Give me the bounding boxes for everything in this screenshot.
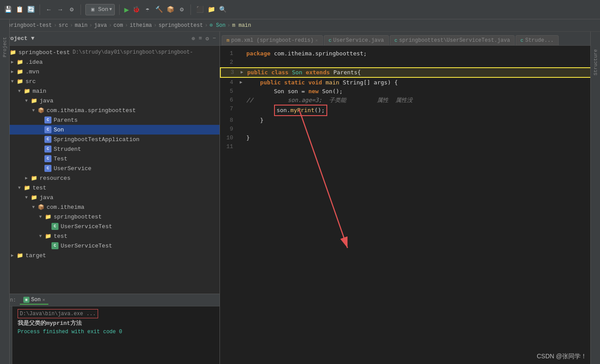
csdn-watermark: CSDN @张同学！ (537, 353, 587, 360)
close-sidebar-icon[interactable]: − (212, 35, 216, 42)
folder-icon-src: 📁 (16, 77, 24, 85)
tree-item-userservice[interactable]: ▶ C UserService (0, 164, 220, 173)
code-line-1: 1 package com.itheima.springboottest; (220, 49, 600, 58)
breadcrumb-method[interactable]: m main (232, 22, 251, 29)
save2-icon[interactable]: 📋 (15, 5, 24, 14)
breadcrumb-springboottest[interactable]: springboottest (159, 22, 203, 29)
settings2-icon[interactable]: ⚙ (205, 35, 209, 42)
tree-item-springboottest-test[interactable]: ▼ 📁 springboottest (0, 212, 220, 222)
tree-item-idea[interactable]: ▶ 📁 .idea (0, 57, 220, 67)
package-icon: 📦 (37, 106, 45, 114)
forward-icon[interactable]: → (56, 5, 65, 14)
build1-icon[interactable]: 🔨 (154, 5, 163, 14)
tree-item-son[interactable]: ▶ C Son (0, 125, 220, 135)
tree-arrow-test-sub: ▼ (37, 234, 44, 239)
search-icon[interactable]: 🔍 (218, 5, 227, 14)
terminal-icon[interactable]: ⬛ (195, 5, 204, 14)
line-content-10: } (245, 134, 600, 142)
tree-item-target[interactable]: ▶ 📁 target (0, 251, 220, 260)
line-arrow-6 (238, 96, 245, 105)
tree-item-main[interactable]: ▼ 📁 main (0, 86, 220, 96)
back-icon[interactable]: ← (44, 5, 53, 14)
run-result-text: 我是父类的myprint方法 (18, 320, 82, 327)
line-arrow-7 (238, 105, 245, 116)
line-num-11: 11 (220, 142, 238, 151)
settings-icon[interactable]: ⚙ (67, 5, 76, 14)
toolbar: 💾 📋 🔄 ← → ⚙ ▣ Son ▼ ▶ 🐞 ☂ 🔨 📦 ⚙ ⬛ 📁 🔍 (0, 0, 600, 19)
line-num-1: 1 (220, 49, 238, 58)
sep3 (119, 4, 120, 15)
tree-label-java-test: java (40, 194, 53, 201)
tree-item-springbootapp[interactable]: ▶ C SpringbootTestApplication (0, 135, 220, 144)
run-tab-close[interactable]: ✕ (42, 297, 45, 302)
tree-item-com-itheima[interactable]: ▼ 📦 com.itheima (0, 202, 220, 212)
structure-sidebar[interactable]: Structure (590, 32, 600, 364)
line-content-9 (245, 125, 600, 134)
tree-item-package[interactable]: ▼ 📦 com.itheima.springboottest (0, 106, 220, 115)
folder-icon-resources: 📁 (30, 174, 38, 182)
tree-label-test-folder: test (33, 185, 46, 191)
tab-strudent[interactable]: c Strude... (516, 35, 558, 45)
project-vert-label[interactable]: Project (2, 37, 7, 57)
save-icon[interactable]: 💾 (4, 5, 12, 14)
breadcrumb-itheima[interactable]: itheima (130, 22, 152, 29)
tab-userservice[interactable]: c UserService.java (324, 35, 389, 45)
tab-userservicetest[interactable]: c springboottest\UserServiceTest.java (390, 35, 515, 45)
project-tree: ▼ 📁 springboot-test D:\strudy\day01\spri… (0, 46, 220, 294)
build3-icon[interactable]: ⚙ (177, 5, 186, 14)
tree-arrow-src: ▼ (9, 79, 16, 84)
folder-icon-java-test: 📁 (30, 193, 38, 201)
refresh-icon[interactable]: 🔄 (26, 5, 35, 14)
breadcrumb-src[interactable]: src (59, 22, 68, 29)
tree-item-mvn[interactable]: ▶ 📁 .mvn (0, 67, 220, 76)
line-num-6: 6 (220, 96, 238, 105)
folder-icon-main: 📁 (23, 87, 31, 95)
coverage-button[interactable]: ☂ (143, 5, 152, 14)
breadcrumb-project[interactable]: springboot-test (4, 22, 52, 29)
tree-item-test-class[interactable]: ▶ C Test (0, 154, 220, 164)
collapse-all-icon[interactable]: ≡ (199, 35, 202, 42)
tab-label-userservicetest: springboottest\UserServiceTest.java (399, 37, 510, 44)
breadcrumb-class[interactable]: ⊙ Son (210, 22, 226, 29)
vcs-icon[interactable]: 📁 (207, 5, 216, 14)
tree-label-resources: resources (40, 175, 70, 182)
add-icon[interactable]: ⊕ (192, 35, 195, 42)
tree-item-java[interactable]: ▼ 📁 java (0, 96, 220, 106)
tree-root[interactable]: ▼ 📁 springboot-test D:\strudy\day01\spri… (0, 47, 220, 57)
folder-icon-com-itheima: 📦 (37, 203, 45, 211)
tree-item-src[interactable]: ▼ 📁 src (0, 76, 220, 86)
tree-item-java-test[interactable]: ▼ 📁 java (0, 193, 220, 202)
run-cmd-text: D:\Java\bin\java.exe ... (20, 311, 96, 317)
tree-arrow-idea: ▶ (9, 59, 16, 65)
chevron-down-icon: ▼ (109, 7, 112, 12)
tree-arrow-package: ▼ (30, 108, 37, 113)
tree-item-userservicetest1[interactable]: ▶ C UserServiceTest (0, 222, 220, 231)
tree-item-test-folder[interactable]: ▼ 📁 test (0, 183, 220, 193)
code-line-7: 7 son.myPrint(); (220, 105, 600, 116)
debug-button[interactable]: 🐞 (132, 5, 140, 14)
tree-item-strudent[interactable]: ▶ C Strudent (0, 144, 220, 154)
tab-bar: m pom.xml (springboot-redis) ✕ c UserSer… (220, 32, 600, 46)
tree-label-userservicetest1: UserServiceTest (61, 223, 112, 230)
structure-label[interactable]: Structure (593, 49, 598, 75)
run-config-group[interactable]: ▣ Son ▼ (85, 4, 115, 15)
project-sidebar: Project ▼ ⊕ ≡ ⚙ − ▼ 📁 springboot-test D:… (0, 32, 220, 364)
tree-item-parents[interactable]: ▶ C Parents (0, 115, 220, 125)
tree-arrow-target: ▶ (9, 253, 16, 258)
breadcrumb-java[interactable]: java (94, 22, 107, 29)
tab-pom-xml[interactable]: m pom.xml (springboot-redis) ✕ (222, 35, 323, 45)
code-line-4: 4 ▶ public static void main(String[] arg… (220, 78, 600, 87)
class-icon-userservice: C (44, 164, 52, 172)
tree-item-userservicetest2[interactable]: ▶ C UserServiceTest (0, 241, 220, 251)
build2-icon[interactable]: 📦 (166, 5, 175, 14)
tree-item-resources[interactable]: ▶ 📁 resources (0, 173, 220, 183)
folder-icon-test-sub: 📁 (44, 232, 52, 240)
breadcrumb-com[interactable]: com (113, 22, 123, 29)
code-editor[interactable]: 1 package com.itheima.springboottest; 2 … (220, 46, 600, 364)
run-tab-son[interactable]: ▣ Son ✕ (20, 296, 49, 305)
tree-item-test-sub[interactable]: ▼ 📁 test (0, 231, 220, 241)
run-button[interactable]: ▶ (124, 5, 129, 15)
tree-label-userservicetest2: UserServiceTest (61, 243, 112, 249)
tab-close-pom[interactable]: ✕ (315, 38, 318, 43)
breadcrumb-main[interactable]: main (75, 22, 88, 29)
